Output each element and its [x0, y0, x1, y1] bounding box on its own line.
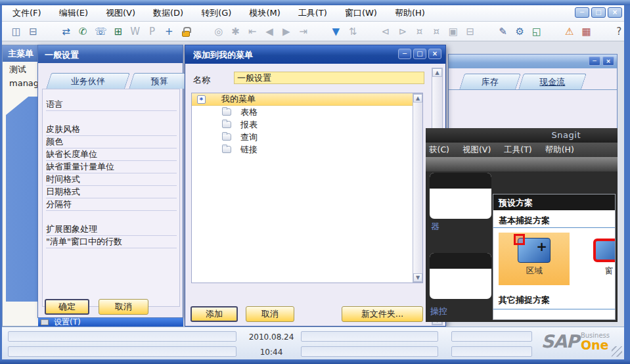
word-export-icon[interactable]: W: [130, 26, 141, 37]
menu-item-8[interactable]: 帮助(H): [395, 7, 425, 19]
add-record-icon[interactable]: ✱: [231, 26, 241, 37]
send-message-icon[interactable]: ⇄: [61, 26, 72, 37]
close-icon[interactable]: ×: [608, 7, 622, 18]
alert-warning-icon[interactable]: ⚠: [564, 26, 575, 37]
window-top-border: [0, 0, 630, 5]
first-record-icon[interactable]: ⇤: [247, 26, 258, 37]
lock-icon[interactable]: [181, 26, 191, 37]
snagit-thumbnail[interactable]: [430, 173, 491, 219]
excel-export-icon[interactable]: ⊞: [113, 26, 124, 37]
scroll-up-icon[interactable]: ▲: [432, 68, 442, 77]
print-icon[interactable]: ⊟: [28, 26, 39, 37]
payment-means-icon[interactable]: ¤: [415, 26, 425, 37]
maximize-icon[interactable]: □: [591, 7, 606, 18]
my-menu-tree: * 我的菜单 表格报表查询链接 ▲ ▼: [191, 93, 423, 283]
add-button[interactable]: 添加: [191, 306, 238, 322]
menu-row-label: 设置(T): [54, 318, 81, 327]
highlighted-menu-row[interactable]: 设置(T): [38, 318, 183, 327]
menu-item-3[interactable]: 数据(D): [153, 7, 183, 19]
next-document-icon[interactable]: ⊳: [397, 26, 408, 37]
name-input[interactable]: 一般设置: [234, 72, 424, 84]
journal-icon[interactable]: ⊟: [465, 26, 476, 37]
fax-icon[interactable]: ☏: [95, 26, 106, 37]
tree-item-2[interactable]: 查询: [192, 131, 422, 143]
menu-item-7[interactable]: 窗口(W): [345, 7, 377, 19]
background-window-controls: ─ ×: [589, 57, 614, 66]
status-field: [451, 346, 532, 357]
find-icon[interactable]: ◎: [214, 26, 224, 37]
tab-预算[interactable]: 预算: [129, 73, 191, 89]
region-capture-tile[interactable]: + 区域: [499, 233, 570, 285]
snagit-toolbar-band: [426, 157, 618, 171]
gross-profit-icon[interactable]: ¤: [431, 26, 441, 37]
edit-pencil-icon[interactable]: ✎: [498, 26, 508, 37]
print-preview-icon[interactable]: ◫: [11, 26, 22, 37]
snagit-menu-item-1[interactable]: 视图(V): [462, 145, 491, 156]
menu-item-4[interactable]: 转到(G): [201, 7, 231, 19]
query-form-icon[interactable]: ◱: [531, 26, 542, 37]
cancel-button[interactable]: 取消: [99, 299, 148, 315]
filter-icon[interactable]: ▼: [330, 26, 341, 37]
pdf-export-icon[interactable]: P: [147, 26, 158, 37]
tab-label: 现金流: [522, 74, 583, 89]
last-record-icon[interactable]: ⇥: [298, 26, 309, 37]
add-dialog-titlebar[interactable]: 添加到我的菜单 ─ □ ×: [185, 45, 445, 64]
snagit-menu-item-3[interactable]: 帮助(H): [545, 145, 574, 156]
minimize-icon[interactable]: ─: [575, 7, 589, 18]
tab-业务伙伴[interactable]: 业务伙伴: [46, 73, 130, 89]
tree-scrollbar[interactable]: ▲ ▼: [413, 93, 423, 283]
menu-item-6[interactable]: 工具(T): [298, 7, 327, 19]
scroll-up-icon[interactable]: ▲: [413, 94, 422, 102]
general-settings-titlebar[interactable]: 一般设置: [38, 45, 183, 63]
maximize-icon[interactable]: □: [413, 49, 426, 59]
tab-label: 库存: [462, 74, 518, 89]
minimize-icon[interactable]: ─: [398, 49, 411, 59]
navigate-icon[interactable]: +: [164, 26, 174, 37]
folder-icon: [222, 121, 231, 128]
calendar-icon[interactable]: ▦: [581, 26, 592, 37]
snagit-partial-label[interactable]: 器: [431, 221, 439, 233]
background-window-titlebar[interactable]: ─ ×: [449, 55, 617, 68]
sap-logo-text: SAP: [541, 332, 579, 352]
sort-icon[interactable]: ⇅: [348, 26, 358, 37]
form-settings-gear-icon[interactable]: ⚙: [514, 26, 525, 37]
snagit-menu-item-2[interactable]: 工具(T): [504, 145, 531, 156]
window-capture-tile[interactable]: 窗: [574, 233, 616, 285]
minimize-icon[interactable]: ─: [589, 57, 600, 66]
tree-item-3[interactable]: 链接: [192, 143, 422, 156]
window-capture-icon: [593, 239, 616, 262]
crosshair-icon: +: [536, 240, 547, 253]
status-field: [8, 346, 236, 357]
menu-item-5[interactable]: 模块(M): [249, 7, 280, 19]
settings-field-label: 语言: [46, 99, 177, 111]
snagit-titlebar[interactable]: Snagit: [426, 128, 618, 143]
new-folder-button[interactable]: 新文件夹...: [342, 306, 423, 322]
snagit-partial-label[interactable]: 操控: [430, 306, 447, 317]
previous-record-icon[interactable]: ◀: [264, 26, 275, 37]
menu-item-0[interactable]: 文件(F): [12, 7, 41, 19]
settings-field-label: 缺省重量计量单位: [46, 161, 177, 173]
mobile-phone-icon[interactable]: ✆: [78, 26, 88, 37]
snagit-menu-item-0[interactable]: 获(C): [429, 145, 449, 156]
menu-item-1[interactable]: 编辑(E): [59, 7, 88, 19]
tree-item-1[interactable]: 报表: [192, 118, 422, 131]
help-icon[interactable]: ?: [614, 26, 624, 37]
next-record-icon[interactable]: ▶: [281, 26, 292, 37]
resize-grip[interactable]: [612, 346, 622, 357]
tree-root-row[interactable]: * 我的菜单: [192, 93, 422, 106]
ok-button[interactable]: 确定: [45, 299, 89, 315]
copy-table-icon[interactable]: ▣: [448, 26, 459, 37]
tab-库存[interactable]: 库存: [459, 74, 521, 89]
close-icon[interactable]: ×: [602, 57, 614, 66]
previous-document-icon[interactable]: ⊲: [380, 26, 391, 37]
close-icon[interactable]: ×: [428, 49, 441, 59]
snagit-thumbnail[interactable]: [430, 253, 491, 299]
tree-item-0[interactable]: 表格: [192, 106, 422, 118]
scroll-down-icon[interactable]: ▼: [413, 273, 422, 282]
cancel-button[interactable]: 取消: [246, 306, 294, 322]
settings-field-label: 颜色: [46, 136, 177, 148]
menu-item-2[interactable]: 视图(V): [106, 7, 135, 19]
menu-row-icon: [41, 319, 49, 325]
tab-现金流[interactable]: 现金流: [518, 74, 587, 89]
tree-children: 表格报表查询链接: [192, 106, 422, 156]
